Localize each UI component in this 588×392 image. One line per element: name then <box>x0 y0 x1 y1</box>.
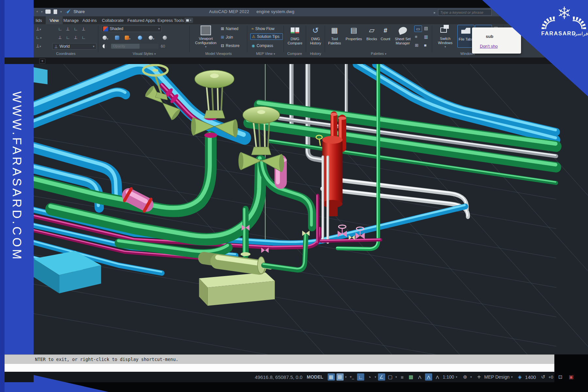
blocks-button[interactable]: ▱ Blocks <box>365 25 379 48</box>
ortho-mode-toggle[interactable]: ∟ <box>357 373 364 381</box>
ucs-zaxis-icon[interactable]: ∟ <box>66 35 70 40</box>
caret-down-icon[interactable]: ▾ <box>345 375 347 379</box>
palette-stack-icon[interactable]: ≡ <box>415 35 417 39</box>
viewport-configuration-button[interactable]: Viewport Configuration▾ <box>193 25 218 48</box>
cursor-coordinates[interactable]: 49616.8, 65087.5, 0.0 <box>255 374 302 380</box>
tab-add-ins[interactable]: Add-ins <box>78 16 101 24</box>
render-style-2-icon[interactable] <box>115 35 119 41</box>
isometric-drafting-toggle[interactable]: ∠ <box>378 373 385 381</box>
app-title: AutoCAD MEP 2022 <box>209 9 249 14</box>
ucs-world-icon[interactable]: ∟ <box>82 35 86 40</box>
visual-style-dropdown[interactable]: Shaded▾ <box>101 25 162 32</box>
dynamic-input-toggle[interactable]: +_ <box>348 373 355 381</box>
annotation-add-value[interactable]: +0 <box>548 375 553 380</box>
render-style-4-icon[interactable] <box>138 35 142 41</box>
annotation-scale-icon[interactable]: Λ <box>434 373 441 381</box>
render-style-3-icon[interactable]: ▾ <box>125 35 131 41</box>
render-style-5-icon[interactable]: ▾ <box>149 35 155 41</box>
annotation-scale-value[interactable]: 1:100 <box>443 374 454 380</box>
pan-icon[interactable]: + <box>36 10 38 13</box>
panel-label-mep-view[interactable]: MEP View ▾ <box>248 52 283 56</box>
switch-windows-button[interactable]: Switch Windows▾ <box>434 25 456 48</box>
ucs-view-icon[interactable]: ⊥ <box>82 27 85 31</box>
popup-dismiss-link[interactable]: Don't sho <box>480 44 498 49</box>
search-expand-icon[interactable]: ▸ <box>434 10 436 15</box>
units-icon[interactable]: ⊡ <box>557 373 564 381</box>
xray-toggle-icon[interactable] <box>103 44 107 50</box>
properties-button[interactable]: ▤ Properties <box>344 25 364 48</box>
workspace-switcher[interactable]: MEP Design <box>484 374 510 380</box>
caret-down-icon[interactable]: ▾ <box>456 375 457 379</box>
caret-down-icon[interactable]: ▾ <box>41 10 43 13</box>
palette-case-icon[interactable]: ■ <box>424 43 427 47</box>
caret-down-icon[interactable]: ▾ <box>511 375 513 379</box>
caret-down-icon[interactable]: ▾ <box>375 375 376 379</box>
lineweight-toggle[interactable]: ≡ <box>399 373 406 381</box>
restore-viewports-button[interactable]: ⊟Restore <box>221 42 239 49</box>
solution-tips-button[interactable]: ⚠Solution Tips <box>250 33 283 40</box>
clean-screen-icon[interactable]: ▣ <box>568 373 575 381</box>
ucs-settings-icon[interactable]: ⊥▾ <box>36 44 41 48</box>
object-snap-toggle[interactable]: ▢ <box>387 373 394 381</box>
caret-down-icon[interactable]: ▾ <box>60 10 62 13</box>
snap-mode-toggle[interactable]: ⊞ <box>336 373 344 381</box>
ucs-face-icon[interactable]: ∟ <box>74 27 78 31</box>
share-plane-icon[interactable] <box>65 9 71 14</box>
named-viewports-button[interactable]: ⊞Named <box>221 25 238 32</box>
ucs-icon[interactable]: ⊥▾ <box>36 27 41 31</box>
annotation-autoscale-toggle[interactable]: Λ <box>425 373 432 381</box>
tab-solids-partial[interactable]: lids <box>34 16 44 24</box>
panel-label-palettes[interactable]: Palettes ▾ <box>325 52 432 56</box>
annotation-visibility-toggle[interactable]: Λ <box>416 373 423 381</box>
snowflake-icon <box>559 7 570 19</box>
ucs-origin-icon[interactable]: ⊥ <box>58 35 62 40</box>
transparency-toggle[interactable]: ▩ <box>407 373 415 381</box>
panel-label-model-viewports[interactable]: Model Viewports <box>190 52 247 56</box>
share-button[interactable]: Share <box>74 9 85 14</box>
panel-label-visual-styles[interactable]: Visual Styles ▾ <box>100 52 189 56</box>
customization-gear[interactable]: ⊛ <box>462 373 469 381</box>
ucs-object-icon[interactable]: ⊥ <box>66 27 70 31</box>
panel-label-compare[interactable]: Compare <box>284 52 305 56</box>
show-flow-button[interactable]: ≈Show Flow <box>252 25 274 32</box>
tab-express-tools[interactable]: Express Tools <box>154 16 188 24</box>
join-viewports-button[interactable]: ⊞Join <box>221 34 233 41</box>
ucs-named-icon[interactable]: ∟ <box>58 27 62 31</box>
ucs-3point-icon[interactable]: ⊥ <box>74 35 77 40</box>
grid-display-toggle[interactable]: ▦ <box>328 373 335 381</box>
ucs-dropdown[interactable]: ⊥ World▾ <box>52 43 96 50</box>
ucs-previous-icon[interactable]: ∟▾ <box>36 35 41 40</box>
opacity-slider[interactable]: Opacity <box>111 44 158 49</box>
new-drawing-tab[interactable]: + <box>39 58 45 64</box>
palette-list-icon[interactable]: ▥ <box>424 35 428 39</box>
palette-grid-icon[interactable]: ⊞ <box>415 43 418 47</box>
render-style-6-icon[interactable] <box>163 35 167 41</box>
open-folder-icon[interactable] <box>45 9 51 14</box>
viewport-3d-scene[interactable] <box>34 64 588 354</box>
palette-pm-icon[interactable]: ▭ <box>414 25 422 32</box>
new-drawing-icon[interactable] <box>54 9 57 14</box>
count-button[interactable]: # Count <box>379 25 392 48</box>
compass-button[interactable]: ◉Compass <box>252 42 273 49</box>
polar-tracking-toggle[interactable]: ◔ <box>366 373 373 381</box>
caret-down-icon[interactable]: ▾ <box>396 375 397 379</box>
elevation-icon[interactable]: ↺ <box>540 373 547 381</box>
caret-down-icon[interactable]: ▾ <box>470 375 472 379</box>
crosshair-icon[interactable]: + <box>475 373 482 381</box>
elevation-value[interactable]: 1400 <box>525 374 536 380</box>
search-input[interactable] <box>438 9 492 16</box>
panel-label-coordinates[interactable]: Coordinates <box>34 52 98 56</box>
sheet-set-manager-button[interactable]: Sheet Set Manager <box>393 25 413 48</box>
palette-markup-icon[interactable]: ▤ <box>424 26 428 30</box>
tool-palettes-button[interactable]: ▦ Tool Palettes <box>326 25 343 48</box>
model-space-button[interactable]: MODEL <box>307 374 323 380</box>
render-style-1-icon[interactable]: ▾ <box>103 35 108 41</box>
sheet-set-manager-icon <box>399 25 407 36</box>
dwg-history-button[interactable]: ↺ DWG History <box>306 25 325 48</box>
tab-collaborate[interactable]: Collaborate <box>98 16 128 24</box>
panel-label-history[interactable]: History <box>306 52 325 56</box>
command-input-row[interactable] <box>0 364 554 372</box>
ribbon-display-toggle[interactable]: ▾ <box>185 18 193 23</box>
dwg-compare-button[interactable]: DWG Compare <box>285 25 305 48</box>
layers-icon[interactable]: ◈ <box>516 373 523 381</box>
